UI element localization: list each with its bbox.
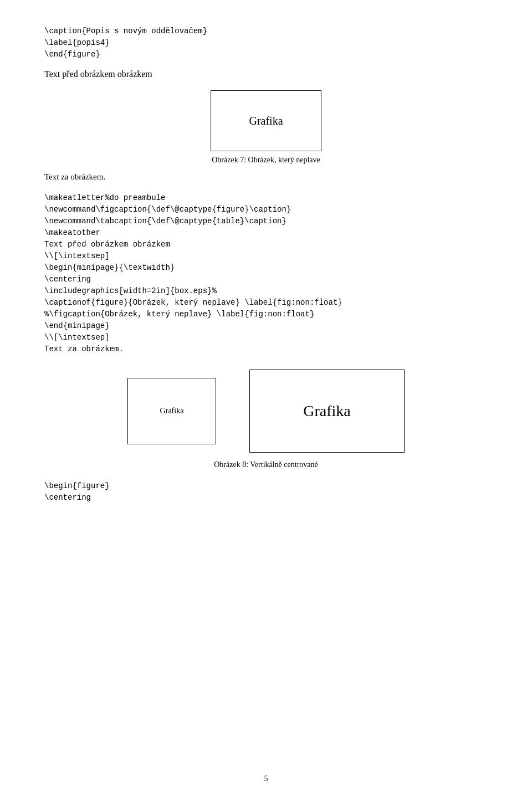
figure-8-left-box: Grafika — [127, 378, 216, 444]
figure-8-row: Grafika Grafika — [44, 366, 488, 456]
s2-line-4: Text před obrázkem obrázkem — [44, 239, 488, 250]
s2-line-11: \end{minipage} — [44, 320, 488, 332]
s2-line-6: \begin{minipage}{\textwidth} — [44, 262, 488, 274]
figure-7-caption: Obrázek 7: Obrázek, který neplave — [212, 156, 320, 165]
code-line-2: \label{popis4} — [44, 37, 488, 49]
s2-line-5: \\[\intextsep] — [44, 250, 488, 262]
s2-line-7: \centering — [44, 274, 488, 285]
s2-line-10: %\figcaption{Obrázek, který neplave} \la… — [44, 309, 488, 320]
s2-line-3: \makeatother — [44, 227, 488, 239]
s3-line-0: \begin{figure} — [44, 480, 488, 492]
page: \caption{Popis s novým oddělovačem} \lab… — [0, 0, 532, 800]
code-line-1: \caption{Popis s novým oddělovačem} — [44, 25, 488, 37]
figure-8-right: Grafika — [249, 370, 405, 453]
figure-8-caption: Obrázek 8: Vertikálně centrované — [44, 460, 488, 469]
text-after-fig7-row: Text za obrázkem. — [44, 170, 488, 183]
text-label-left: Text za obrázkem. — [44, 170, 133, 183]
figure-8-large-label: Grafika — [303, 402, 351, 420]
s2-line-9: \captionof{figure}{Obrázek, který neplav… — [44, 297, 488, 309]
figure-7-box: Grafika — [211, 90, 321, 151]
figure-7-grafika-label: Grafika — [249, 115, 283, 127]
section-3-code: \begin{figure} \centering — [44, 480, 488, 504]
figure-8-small-label: Grafika — [160, 407, 184, 416]
s2-line-13: Text za obrázkem. — [44, 343, 488, 355]
s2-line-1: \newcommand\figcaption{\def\@captype{fig… — [44, 204, 488, 216]
section-2-code: \makeatletter%do preambule \newcommand\f… — [44, 192, 488, 355]
text-before-fig7: Text před obrázkem obrázkem — [44, 69, 488, 79]
s2-line-8: \includegraphics[width=2in]{box.eps}% — [44, 285, 488, 297]
code-line-3: \end{figure} — [44, 49, 488, 60]
figure-8-right-box: Grafika — [249, 370, 405, 453]
figure-7-container: Grafika Obrázek 7: Obrázek, který neplav… — [44, 90, 488, 165]
page-number: 5 — [264, 775, 268, 783]
figure-8-left: Grafika — [127, 378, 216, 444]
section-1-code: \caption{Popis s novým oddělovačem} \lab… — [44, 25, 488, 60]
s2-line-12: \\[\intextsep] — [44, 332, 488, 343]
s2-line-2: \newcommand\tabcaption{\def\@captype{tab… — [44, 216, 488, 227]
s3-line-1: \centering — [44, 492, 488, 504]
s2-line-0: \makeatletter%do preambule — [44, 192, 488, 204]
